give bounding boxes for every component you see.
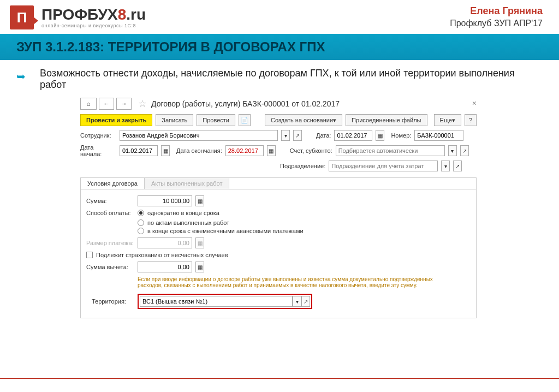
account-select-button[interactable]: ▾ xyxy=(448,145,457,156)
subdiv-open-button[interactable]: ↗ xyxy=(453,161,462,171)
employee-input[interactable] xyxy=(120,130,278,141)
deduction-calc-button[interactable]: ▦ xyxy=(195,262,204,272)
territory-open-button[interactable]: ↗ xyxy=(301,296,310,307)
tabs: Условия договора Акты выполненных работ … xyxy=(80,177,477,318)
forward-button[interactable]: → xyxy=(116,98,132,110)
date-label: Дата: xyxy=(316,132,331,139)
home-button[interactable]: ⌂ xyxy=(80,98,97,110)
payment-opt3-label: в конце срока с ежемесячными авансовыми … xyxy=(147,228,304,234)
window-title: Договор (работы, услуги) БАЗК-000001 от … xyxy=(151,99,340,108)
number-label: Номер: xyxy=(391,132,411,139)
subdiv-input[interactable] xyxy=(329,161,438,171)
payment-radio-once[interactable] xyxy=(138,210,144,216)
window-titlebar: ⌂ ← → ☆ Договор (работы, услуги) БАЗК-00… xyxy=(77,96,480,112)
tab-acts[interactable]: Акты выполненных работ xyxy=(145,178,230,189)
bullet-row: ➥ Возможность отнести доходы, начисляемы… xyxy=(0,60,559,95)
logo-text-1: ПРОФБУХ xyxy=(41,6,118,23)
payment-radio-monthly[interactable] xyxy=(138,228,144,234)
slide-header: П ПРОФБУХ8.ru онлайн-семинары и видеокур… xyxy=(0,0,559,34)
author-name: Елена Грянина xyxy=(450,5,543,17)
create-based-button[interactable]: Создать на основании ▾ xyxy=(265,114,342,126)
footer-divider xyxy=(0,378,559,379)
subdiv-label: Подразделение: xyxy=(280,163,325,169)
post-button[interactable]: Провести xyxy=(197,114,235,126)
start-date-input[interactable] xyxy=(120,145,158,156)
back-button[interactable]: ← xyxy=(99,98,114,110)
bullet-icon: ➥ xyxy=(16,70,26,83)
start-calendar-button[interactable]: ▦ xyxy=(161,145,170,156)
sum-calc-button[interactable]: ▦ xyxy=(195,195,204,206)
account-label: Счет, субконто: xyxy=(290,147,332,154)
start-date-label: Дата начала: xyxy=(80,144,116,157)
author-block: Елена Грянина Профклуб ЗУП АПР'17 xyxy=(450,5,543,28)
attached-files-button[interactable]: Присоединенные файлы xyxy=(346,114,427,126)
payment-radio-acts[interactable] xyxy=(138,219,144,226)
installment-calc-button: ▦ xyxy=(195,237,204,248)
territory-label: Территория: xyxy=(92,298,134,305)
post-and-close-button[interactable]: Провести и закрыть xyxy=(80,114,152,126)
employee-open-button[interactable]: ↗ xyxy=(293,130,302,141)
toolbar: Провести и закрыть Записать Провести 📄 С… xyxy=(77,112,480,128)
tab-contract-terms[interactable]: Условия договора xyxy=(81,178,145,189)
logo-text-3: .ru xyxy=(126,6,146,23)
date-input[interactable] xyxy=(334,130,372,141)
employee-label: Сотрудник: xyxy=(80,132,116,139)
more-button[interactable]: Еще ▾ xyxy=(434,114,461,126)
close-icon[interactable]: × xyxy=(472,99,477,108)
deduction-label: Сумма вычета: xyxy=(86,264,134,270)
payment-method-label: Способ оплаты: xyxy=(86,210,134,216)
territory-input[interactable] xyxy=(140,296,293,307)
employee-select-button[interactable]: ▾ xyxy=(281,130,290,141)
slide-title: ЗУП 3.1.2.183: ТЕРРИТОРИЯ В ДОГОВОРАХ ГП… xyxy=(0,34,559,60)
payment-opt1-label: однократно в конце срока xyxy=(147,210,219,216)
save-button[interactable]: Записать xyxy=(156,114,193,126)
insurance-checkbox[interactable] xyxy=(86,252,93,258)
payment-opt2-label: по актам выполненных работ xyxy=(147,219,229,226)
number-input[interactable] xyxy=(414,130,463,141)
territory-highlight: ▾ ↗ xyxy=(138,294,312,309)
author-sub: Профклуб ЗУП АПР'17 xyxy=(450,19,543,28)
territory-select-button[interactable]: ▾ xyxy=(293,296,301,307)
logo-subtitle: онлайн-семинары и видеокурсы 1С:8 xyxy=(41,23,146,28)
logo-icon: П xyxy=(10,5,34,29)
deduction-input[interactable] xyxy=(138,262,192,272)
end-date-label: Дата окончания: xyxy=(176,147,222,154)
account-input[interactable] xyxy=(336,145,445,156)
end-calendar-button[interactable]: ▦ xyxy=(267,145,276,156)
subdiv-select-button[interactable]: ▾ xyxy=(441,161,450,171)
deduction-hint: Если при вводе информации о договоре раб… xyxy=(138,276,443,288)
installment-label: Размер платежа: xyxy=(86,240,134,246)
app-window: ⌂ ← → ☆ Договор (работы, услуги) БАЗК-00… xyxy=(76,95,480,319)
help-button[interactable]: ? xyxy=(465,114,477,126)
bullet-text: Возможность отнести доходы, начисляемые … xyxy=(40,68,543,91)
installment-input xyxy=(138,237,192,248)
logo-text-2: 8 xyxy=(118,6,127,23)
insurance-label: Подлежит страхованию от несчастных случа… xyxy=(96,252,228,258)
date-calendar-button[interactable]: ▦ xyxy=(376,130,384,141)
end-date-input[interactable] xyxy=(225,145,264,156)
favorite-icon[interactable]: ☆ xyxy=(138,98,147,110)
account-open-button[interactable]: ↗ xyxy=(460,145,469,156)
sum-input[interactable] xyxy=(138,195,192,206)
logo: П ПРОФБУХ8.ru онлайн-семинары и видеокур… xyxy=(10,5,146,29)
sum-label: Сумма: xyxy=(86,198,134,204)
report-button[interactable]: 📄 xyxy=(239,114,251,126)
